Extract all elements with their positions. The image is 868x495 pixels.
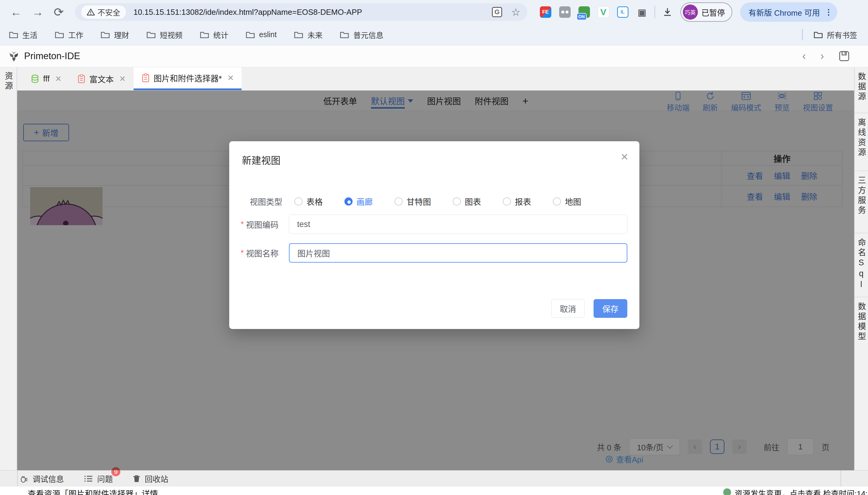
radio-icon	[394, 198, 403, 206]
debug-info-button[interactable]: 调试信息	[19, 473, 64, 484]
right-rail: 数据源 离线资源 三方服务 命名Sql 数据模型	[854, 67, 868, 470]
save-button[interactable]: 保存	[594, 299, 627, 318]
new-view-dialog: 新建视图 ✕ 视图类型 表格 画廊 甘特图 图表 报表 地图 *视图编码 *视图…	[229, 141, 639, 329]
radio-chart[interactable]: 图表	[453, 195, 481, 207]
sync-paused-label: 已暂停	[702, 7, 725, 18]
radio-icon	[453, 198, 461, 206]
resource-change-notice[interactable]: 资源发生变更，点击查看 检查时间:14:32	[735, 488, 868, 495]
chrome-update-pill[interactable]: 有新版 Chrome 可用 ⋮	[740, 2, 837, 22]
folder-icon	[55, 31, 64, 39]
security-chip[interactable]: 不安全	[82, 5, 126, 19]
view-code-input[interactable]	[289, 215, 627, 234]
radio-table[interactable]: 表格	[294, 195, 323, 207]
nav-back-icon[interactable]: ‹	[802, 50, 806, 63]
profile-pill[interactable]: 巧英 已暂停	[680, 2, 732, 22]
radio-gallery[interactable]: 画廊	[344, 195, 373, 207]
bookmark-item[interactable]: 理财	[101, 29, 129, 40]
doc-tab-richtext[interactable]: 富文本 ✕	[69, 67, 134, 90]
problems-button[interactable]: 问题 9	[84, 473, 113, 484]
close-tab-icon[interactable]: ✕	[55, 74, 62, 84]
close-tab-icon[interactable]: ✕	[119, 74, 126, 84]
view-code-label: 视图编码	[246, 219, 279, 230]
menu-kebab-icon[interactable]: ⋮	[825, 7, 832, 17]
close-tab-icon[interactable]: ✕	[227, 73, 234, 83]
resource-detail-link[interactable]: 查看资源「图片和附件选择器」详情	[28, 488, 158, 495]
bookmarks-divider	[802, 29, 803, 40]
extension-dots-icon[interactable]	[559, 6, 571, 18]
radio-icon	[503, 198, 511, 206]
recycle-bin-button[interactable]: 回收站	[133, 473, 168, 484]
close-icon[interactable]: ✕	[620, 152, 628, 162]
folder-icon	[200, 31, 209, 39]
trash-icon	[133, 475, 141, 483]
view-code-field: *视图编码	[229, 215, 627, 234]
rail-item-third-party-service[interactable]: 三方服务	[855, 171, 868, 233]
required-asterisk: *	[241, 249, 244, 258]
left-rail: 资源	[0, 67, 17, 470]
folder-icon	[101, 31, 110, 39]
rail-item-named-sql[interactable]: 命名Sql	[855, 233, 868, 297]
back-icon[interactable]: ←	[10, 6, 22, 18]
folder-icon	[340, 31, 349, 39]
cancel-button[interactable]: 取消	[551, 299, 584, 318]
extensions-row: FE ON V IL ▣	[540, 6, 648, 18]
url-text[interactable]: 10.15.15.151:13082/ide/index.html?appNam…	[134, 7, 362, 17]
document-icon	[141, 73, 150, 82]
bookmark-item[interactable]: 短视频	[146, 29, 182, 40]
view-name-field: *视图名称	[229, 243, 627, 262]
doc-tab-image-attachment-picker[interactable]: 图片和附件选择器* ✕	[134, 67, 242, 90]
rail-item-datasource[interactable]: 数据源	[855, 67, 868, 113]
extension-il-icon[interactable]: IL	[617, 6, 628, 18]
extension-vue-icon[interactable]: V	[598, 6, 609, 18]
status-line: 查看资源「图片和附件选择器」详情 资源发生变更，点击查看 检查时间:14:32	[0, 487, 868, 495]
radio-report[interactable]: 报表	[503, 195, 531, 207]
bookmark-item[interactable]: eslint	[246, 30, 277, 39]
folder-icon	[9, 31, 18, 39]
document-tabbar: fff ✕ 富文本 ✕ 图片和附件选择器* ✕	[17, 67, 854, 90]
extension-fe-icon[interactable]: FE	[540, 6, 551, 18]
view-type-label: 视图类型	[250, 195, 282, 207]
bookmark-star-icon[interactable]: ☆	[511, 7, 520, 17]
avatar: 巧英	[683, 4, 698, 20]
rail-item-data-model[interactable]: 数据模型	[855, 297, 868, 359]
bottom-toolbar: 调试信息 问题 9 回收站	[0, 470, 868, 487]
bookmark-item[interactable]: 工作	[55, 29, 83, 40]
folder-icon	[146, 31, 156, 39]
reload-icon[interactable]: ⟳	[54, 6, 64, 18]
primeton-logo-icon	[8, 50, 20, 62]
all-bookmarks-button[interactable]: 所有书签	[814, 29, 857, 40]
view-type-radio-group: 视图类型 表格 画廊 甘特图 图表 报表 地图	[250, 195, 603, 207]
forward-icon[interactable]: →	[32, 6, 43, 18]
bookmark-item[interactable]: 普元信息	[340, 29, 383, 40]
nav-forward-icon[interactable]: ›	[820, 50, 824, 63]
radio-map[interactable]: 地图	[553, 195, 581, 207]
downloads-icon[interactable]	[662, 6, 673, 18]
view-name-label: 视图名称	[246, 247, 279, 259]
extension-on-icon[interactable]: ON	[579, 6, 590, 18]
radio-icon	[344, 198, 353, 206]
bookmark-item[interactable]: 生活	[9, 29, 37, 40]
save-icon[interactable]	[838, 50, 850, 62]
rail-item-offline-resource[interactable]: 离线资源	[855, 113, 868, 171]
radio-gantt[interactable]: 甘特图	[394, 195, 431, 207]
document-icon	[77, 74, 86, 83]
doc-tab-fff[interactable]: fff ✕	[23, 67, 69, 90]
bookmark-item[interactable]: 统计	[200, 29, 228, 40]
radio-icon	[553, 198, 561, 206]
chrome-update-label: 有新版 Chrome 可用	[748, 7, 820, 18]
database-icon	[31, 74, 39, 83]
address-bar[interactable]: 不安全 10.15.15.151:13082/ide/index.html?ap…	[75, 3, 527, 21]
translate-icon[interactable]: G	[492, 7, 502, 17]
extensions-puzzle-icon[interactable]: ▣	[636, 6, 648, 18]
bookmark-item[interactable]: 未来	[294, 29, 322, 40]
folder-icon	[814, 31, 823, 39]
view-name-input[interactable]	[289, 243, 627, 262]
screen: ← → ⟳ 不安全 10.15.15.151:13082/ide/index.h…	[0, 0, 868, 495]
left-rail-resources[interactable]: 资源	[2, 71, 14, 470]
security-label: 不安全	[98, 7, 120, 17]
bookmarks-bar: 生活 工作 理财 短视频 统计 eslint 未来 普元信息 所有书签	[0, 24, 868, 45]
required-asterisk: *	[241, 220, 244, 229]
radio-icon	[294, 198, 302, 206]
warning-icon	[87, 8, 95, 16]
browser-toolbar: ← → ⟳ 不安全 10.15.15.151:13082/ide/index.h…	[0, 0, 868, 24]
